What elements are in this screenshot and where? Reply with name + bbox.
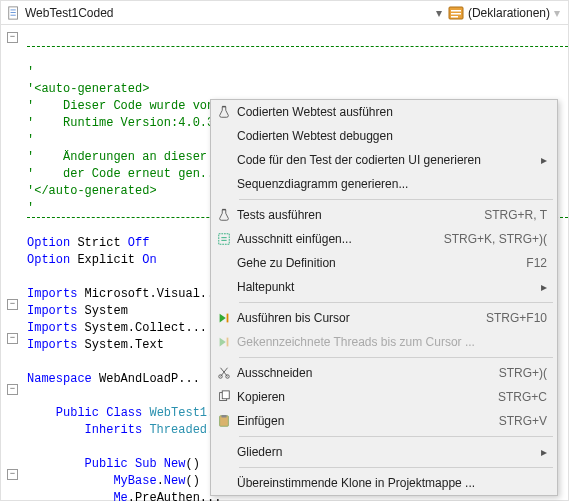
file-selector[interactable]: WebTest1Coded	[7, 6, 114, 20]
menu-item-shortcut: STRG+C	[498, 390, 547, 404]
fold-toggle[interactable]: −	[7, 469, 18, 480]
svg-rect-9	[222, 209, 226, 210]
declarations-selector[interactable]: ▾ (Deklarationen) ▾	[436, 5, 562, 21]
flask-icon	[211, 208, 237, 222]
menu-item: Gekennzeichnete Threads bis zum Cursor .…	[211, 330, 557, 354]
menu-separator	[239, 199, 553, 200]
fold-toggle[interactable]: −	[7, 384, 18, 395]
svg-rect-11	[221, 237, 226, 238]
menu-separator	[239, 302, 553, 303]
menu-item-shortcut: STRG+K, STRG+)(	[444, 232, 547, 246]
menu-item[interactable]: Sequenzdiagramm generieren...	[211, 172, 557, 196]
menu-item[interactable]: Ausführen bis CursorSTRG+F10	[211, 306, 557, 330]
context-menu: Codierten Webtest ausführenCodierten Web…	[210, 99, 558, 496]
fold-toggle[interactable]: −	[7, 32, 18, 43]
menu-item[interactable]: Ausschnitt einfügen...STRG+K, STRG+)(	[211, 227, 557, 251]
snippet-icon	[211, 232, 237, 246]
file-icon	[7, 6, 21, 20]
menu-item-shortcut: F12	[526, 256, 547, 270]
svg-rect-16	[227, 338, 229, 347]
submenu-arrow-icon: ▸	[537, 153, 547, 167]
menu-item-label: Gehe zu Definition	[237, 256, 514, 270]
menu-item-label: Gliedern	[237, 445, 531, 459]
menu-item-label: Haltepunkt	[237, 280, 531, 294]
submenu-arrow-icon: ▸	[537, 445, 547, 459]
copy-icon	[211, 390, 237, 404]
svg-rect-7	[451, 16, 458, 18]
menu-item[interactable]: Übereinstimmende Klone in Projektmappe .…	[211, 471, 557, 495]
svg-marker-15	[220, 338, 226, 347]
run-to-icon	[211, 311, 237, 325]
menu-item[interactable]: KopierenSTRG+C	[211, 385, 557, 409]
menu-item-shortcut: STRG+V	[499, 414, 547, 428]
menu-item-shortcut: STRG+R, T	[484, 208, 547, 222]
svg-rect-10	[219, 234, 230, 245]
menu-item[interactable]: Code für den Test der codierten UI gener…	[211, 148, 557, 172]
menu-item[interactable]: Codierten Webtest ausführen	[211, 100, 557, 124]
menu-item[interactable]: EinfügenSTRG+V	[211, 409, 557, 433]
menu-item[interactable]: Gliedern▸	[211, 440, 557, 464]
svg-rect-24	[221, 415, 226, 418]
dropdown-arrow-icon: ▾	[436, 6, 444, 20]
editor-window: WebTest1Coded ▾ (Deklarationen) ▾ − − − …	[0, 0, 569, 501]
declarations-label: (Deklarationen)	[468, 6, 550, 20]
run-to-icon	[211, 335, 237, 349]
menu-item[interactable]: Haltepunkt▸	[211, 275, 557, 299]
menu-item[interactable]: AusschneidenSTRG+)(	[211, 361, 557, 385]
dropdown-arrow-icon: ▾	[554, 6, 562, 20]
menu-item-label: Ausschneiden	[237, 366, 487, 380]
menu-item-shortcut: STRG+)(	[499, 366, 547, 380]
menu-item-label: Einfügen	[237, 414, 487, 428]
fold-toggle[interactable]: −	[7, 333, 18, 344]
menu-item-label: Ausführen bis Cursor	[237, 311, 474, 325]
menu-item-shortcut: STRG+F10	[486, 311, 547, 325]
svg-rect-14	[227, 314, 229, 323]
paste-icon	[211, 414, 237, 428]
menu-item-label: Code für den Test der codierten UI gener…	[237, 153, 531, 167]
fold-gutter: − − − − −	[1, 29, 27, 501]
svg-rect-6	[451, 13, 461, 15]
svg-marker-13	[220, 314, 226, 323]
menu-item[interactable]: Gehe zu DefinitionF12	[211, 251, 557, 275]
menu-item-label: Codierten Webtest ausführen	[237, 105, 547, 119]
svg-rect-8	[222, 106, 226, 107]
menu-item-label: Codierten Webtest debuggen	[237, 129, 547, 143]
menu-separator	[239, 357, 553, 358]
menu-item-label: Ausschnitt einfügen...	[237, 232, 432, 246]
menu-separator	[239, 467, 553, 468]
flask-icon	[211, 105, 237, 119]
declarations-icon	[448, 5, 464, 21]
svg-rect-1	[11, 9, 16, 10]
menu-item-label: Kopieren	[237, 390, 486, 404]
svg-rect-12	[221, 240, 226, 241]
menu-item-label: Gekennzeichnete Threads bis zum Cursor .…	[237, 335, 547, 349]
svg-rect-2	[11, 12, 16, 13]
menu-item-label: Übereinstimmende Klone in Projektmappe .…	[237, 476, 547, 490]
cut-icon	[211, 366, 237, 380]
svg-rect-5	[451, 10, 461, 12]
svg-rect-3	[11, 14, 16, 15]
menu-item[interactable]: Tests ausführenSTRG+R, T	[211, 203, 557, 227]
menu-item[interactable]: Codierten Webtest debuggen	[211, 124, 557, 148]
submenu-arrow-icon: ▸	[537, 280, 547, 294]
menu-item-label: Sequenzdiagramm generieren...	[237, 177, 547, 191]
menu-item-label: Tests ausführen	[237, 208, 472, 222]
svg-rect-22	[222, 391, 229, 399]
fold-toggle[interactable]: −	[7, 299, 18, 310]
file-label: WebTest1Coded	[25, 6, 114, 20]
toolbar: WebTest1Coded ▾ (Deklarationen) ▾	[1, 1, 568, 25]
menu-separator	[239, 436, 553, 437]
